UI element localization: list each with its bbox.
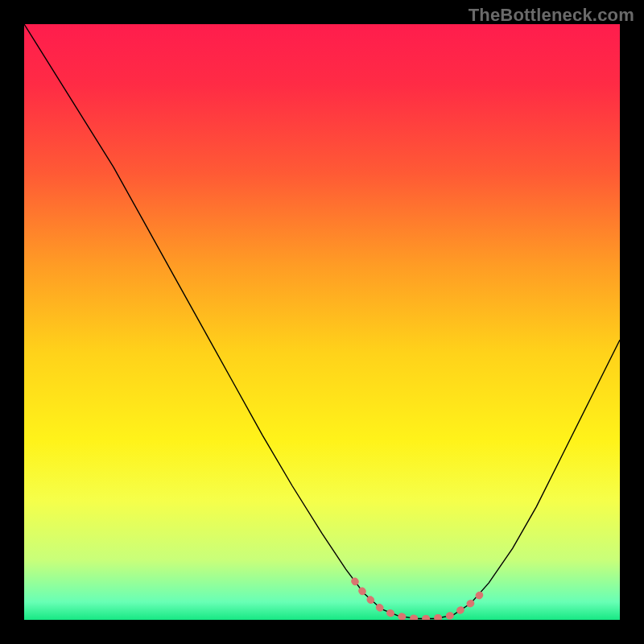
watermark-label: TheBottleneck.com: [469, 5, 634, 26]
plot-svg: [24, 24, 620, 620]
plot-background: [24, 24, 620, 620]
chart-container: TheBottleneck.com: [0, 0, 644, 644]
